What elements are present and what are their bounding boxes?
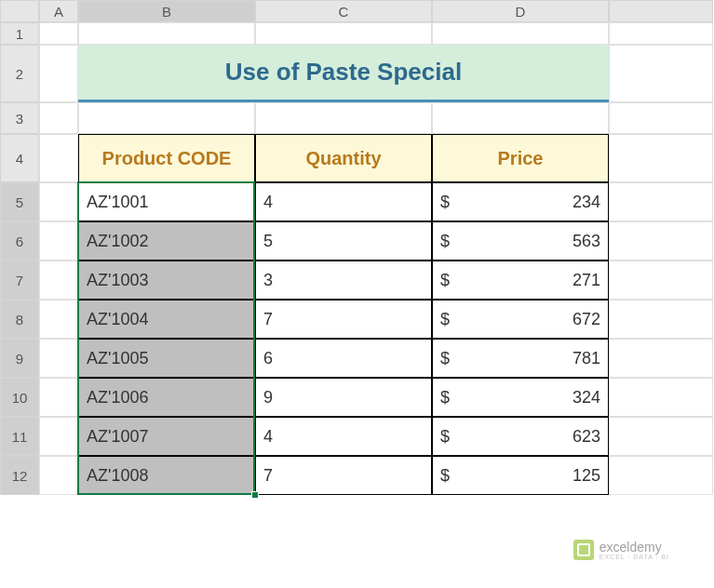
- select-all-corner[interactable]: [0, 0, 39, 22]
- col-header-b[interactable]: B: [78, 0, 255, 22]
- cell-a6[interactable]: [39, 221, 78, 261]
- row-header-2[interactable]: 2: [0, 45, 39, 102]
- cell-a2[interactable]: [39, 45, 78, 102]
- col-header-a[interactable]: A: [39, 0, 78, 22]
- watermark-tag: EXCEL · DATA · BI: [599, 554, 669, 560]
- cell-e12[interactable]: [609, 456, 713, 495]
- currency-symbol: $: [440, 466, 450, 486]
- cell-e8[interactable]: [609, 300, 713, 339]
- cell-e1[interactable]: [609, 22, 713, 45]
- cell-d12[interactable]: $125: [432, 456, 609, 495]
- currency-symbol: $: [440, 349, 450, 368]
- row-header-12[interactable]: 12: [0, 456, 39, 495]
- cell-a12[interactable]: [39, 456, 78, 495]
- cell-a10[interactable]: [39, 378, 78, 417]
- cell-b8[interactable]: AZ'1004: [78, 300, 255, 339]
- price-value: 781: [573, 349, 600, 368]
- currency-symbol: $: [440, 193, 450, 212]
- price-value: 271: [573, 271, 600, 290]
- currency-symbol: $: [440, 310, 450, 329]
- price-value: 324: [573, 388, 600, 408]
- price-value: 563: [573, 232, 600, 251]
- row-header-6[interactable]: 6: [0, 221, 39, 261]
- row-header-9[interactable]: 9: [0, 339, 39, 378]
- col-header-d[interactable]: D: [432, 0, 609, 22]
- row-header-5[interactable]: 5: [0, 182, 39, 221]
- cell-d1[interactable]: [432, 22, 609, 45]
- cell-a7[interactable]: [39, 261, 78, 300]
- cell-a11[interactable]: [39, 417, 78, 456]
- cell-d8[interactable]: $672: [432, 300, 609, 339]
- cell-c11[interactable]: 4: [255, 417, 432, 456]
- cell-d7[interactable]: $271: [432, 261, 609, 300]
- cell-e7[interactable]: [609, 261, 713, 300]
- table-header-price[interactable]: Price: [432, 134, 609, 182]
- row-header-1[interactable]: 1: [0, 22, 39, 45]
- cell-c12[interactable]: 7: [255, 456, 432, 495]
- cell-d11[interactable]: $623: [432, 417, 609, 456]
- col-header-c[interactable]: C: [255, 0, 432, 22]
- currency-symbol: $: [440, 427, 450, 447]
- row-header-7[interactable]: 7: [0, 261, 39, 300]
- cell-b5[interactable]: AZ'1001: [78, 182, 255, 221]
- cell-e4[interactable]: [609, 134, 713, 182]
- price-value: 234: [573, 193, 600, 212]
- watermark: exceldemy EXCEL · DATA · BI: [573, 540, 669, 560]
- cell-a1[interactable]: [39, 22, 78, 45]
- cell-b1[interactable]: [78, 22, 255, 45]
- cell-e2[interactable]: [609, 45, 713, 102]
- watermark-logo-icon: [573, 540, 594, 560]
- cell-e3[interactable]: [609, 102, 713, 134]
- price-value: 623: [573, 427, 600, 447]
- cell-b7[interactable]: AZ'1003: [78, 261, 255, 300]
- cell-b12[interactable]: AZ'1008: [78, 456, 255, 495]
- cell-b6[interactable]: AZ'1002: [78, 221, 255, 261]
- cell-a4[interactable]: [39, 134, 78, 182]
- cell-d10[interactable]: $324: [432, 378, 609, 417]
- cell-c6[interactable]: 5: [255, 221, 432, 261]
- cell-b10[interactable]: AZ'1006: [78, 378, 255, 417]
- cell-c3[interactable]: [255, 102, 432, 134]
- cell-c7[interactable]: 3: [255, 261, 432, 300]
- cell-d9[interactable]: $781: [432, 339, 609, 378]
- cell-b3[interactable]: [78, 102, 255, 134]
- price-value: 672: [573, 310, 600, 329]
- cell-e9[interactable]: [609, 339, 713, 378]
- cell-a5[interactable]: [39, 182, 78, 221]
- spreadsheet-grid[interactable]: A B C D 1 2 Use of Paste Special 3 4 Pro…: [0, 0, 714, 495]
- cell-e11[interactable]: [609, 417, 713, 456]
- row-header-10[interactable]: 10: [0, 378, 39, 417]
- table-header-qty[interactable]: Quantity: [255, 134, 432, 182]
- cell-a9[interactable]: [39, 339, 78, 378]
- cell-a8[interactable]: [39, 300, 78, 339]
- cell-c10[interactable]: 9: [255, 378, 432, 417]
- row-header-3[interactable]: 3: [0, 102, 39, 134]
- cell-c8[interactable]: 7: [255, 300, 432, 339]
- cell-c5[interactable]: 4: [255, 182, 432, 221]
- cell-d6[interactable]: $563: [432, 221, 609, 261]
- currency-symbol: $: [440, 388, 450, 408]
- cell-c9[interactable]: 6: [255, 339, 432, 378]
- col-header-extra[interactable]: [609, 0, 713, 22]
- cell-c1[interactable]: [255, 22, 432, 45]
- currency-symbol: $: [440, 232, 450, 251]
- watermark-name: exceldemy: [599, 541, 669, 554]
- title-cell[interactable]: Use of Paste Special: [78, 45, 609, 102]
- row-header-4[interactable]: 4: [0, 134, 39, 182]
- table-header-code[interactable]: Product CODE: [78, 134, 255, 182]
- cell-d5[interactable]: $234: [432, 182, 609, 221]
- cell-b11[interactable]: AZ'1007: [78, 417, 255, 456]
- row-header-8[interactable]: 8: [0, 300, 39, 339]
- cell-a3[interactable]: [39, 102, 78, 134]
- price-value: 125: [573, 466, 600, 486]
- cell-d3[interactable]: [432, 102, 609, 134]
- cell-e5[interactable]: [609, 182, 713, 221]
- row-header-11[interactable]: 11: [0, 417, 39, 456]
- currency-symbol: $: [440, 271, 450, 290]
- cell-e6[interactable]: [609, 221, 713, 261]
- cell-b9[interactable]: AZ'1005: [78, 339, 255, 378]
- cell-e10[interactable]: [609, 378, 713, 417]
